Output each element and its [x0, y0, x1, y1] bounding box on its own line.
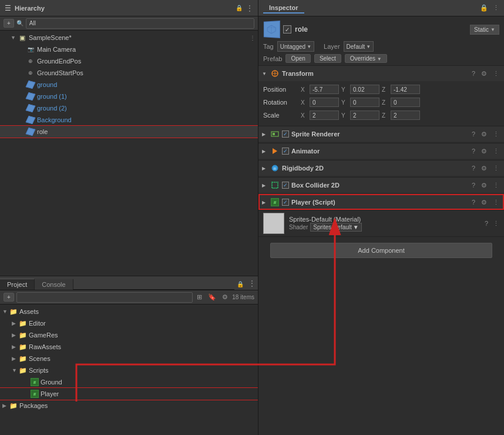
scene-more-icon[interactable]: ⋮ [250, 35, 256, 41]
animator-menu-icon[interactable]: ⋮ [492, 148, 500, 155]
hierarchy-item-groundendpos[interactable]: ⊕ GroundEndPos [0, 55, 258, 67]
prefab-row: Prefab Open Select Overrides ▼ [258, 53, 504, 64]
sprite-settings-icon[interactable]: ⚙ [480, 130, 488, 138]
animator-header[interactable]: ▶ ✓ Animator ? ⚙ ⋮ [258, 143, 504, 159]
project-search-input[interactable] [16, 292, 193, 303]
project-item-packages[interactable]: ▶ 📁 Packages [0, 400, 258, 411]
bc2d-checkbox[interactable]: ✓ [282, 182, 289, 189]
bc2d-menu-icon[interactable]: ⋮ [492, 182, 500, 189]
tab-console[interactable]: Console [35, 279, 73, 290]
prefab-overrides-button[interactable]: Overrides ▼ [345, 54, 387, 63]
sprite-renderer-checkbox[interactable]: ✓ [282, 130, 289, 138]
animator-help-icon[interactable]: ? [471, 148, 476, 155]
project-item-gameres[interactable]: ▶ 📁 GameRes [0, 329, 258, 341]
hierarchy-item-main-camera[interactable]: 📷 Main Camera [0, 44, 258, 55]
position-z-input[interactable] [391, 85, 420, 94]
player-script-help-icon[interactable]: ? [471, 199, 476, 206]
gep-icon: ⊕ [26, 56, 35, 66]
hierarchy-item-ground2[interactable]: ground (2) [0, 102, 258, 114]
transform-menu-icon[interactable]: ⋮ [492, 70, 500, 78]
material-menu-icon[interactable]: ⋮ [493, 220, 499, 227]
hierarchy-item-ground1[interactable]: ground (1) [0, 91, 258, 102]
project-item-rawassets[interactable]: ▶ 📁 RawAssets [0, 341, 258, 353]
prefab-select-button[interactable]: Select [314, 54, 341, 63]
rb2d-expand-icon: ▶ [262, 166, 268, 171]
transform-title: Transform [282, 70, 468, 77]
project-menu-icon[interactable]: ⋮ [246, 277, 258, 290]
rotation-y-input[interactable] [350, 98, 379, 107]
hierarchy-item-background[interactable]: Background [0, 114, 258, 126]
layer-dropdown[interactable]: Default ▼ [344, 41, 374, 52]
project-lock-icon[interactable]: 🔒 [234, 279, 246, 290]
editor-arrow-icon: ▶ [12, 320, 19, 326]
material-help-icon[interactable]: ? [485, 220, 488, 227]
rb2d-help-icon[interactable]: ? [471, 165, 476, 172]
scale-x-axis: X [301, 112, 308, 119]
gameobject-name[interactable]: role [295, 25, 466, 34]
sprite-help-icon[interactable]: ? [471, 130, 476, 138]
project-item-assets[interactable]: ▼ 📁 Assets [0, 306, 258, 317]
inspector-menu-icon[interactable]: ⋮ [493, 4, 499, 12]
player-script-menu-icon[interactable]: ⋮ [492, 199, 500, 206]
rb2d-menu-icon[interactable]: ⋮ [492, 165, 500, 172]
scale-label: Scale [263, 112, 298, 119]
transform-help-icon[interactable]: ? [471, 70, 476, 77]
player-script-settings-icon[interactable]: ⚙ [480, 199, 488, 206]
rotation-x-input[interactable] [310, 98, 339, 107]
rigidbody2d-header[interactable]: ▶ R Rigidbody 2D ? ⚙ ⋮ [258, 160, 504, 176]
animator-section: ▶ ✓ Animator ? ⚙ ⋮ [258, 143, 504, 159]
hierarchy-add-button[interactable]: + [4, 19, 14, 28]
boxcollider2d-header[interactable]: ▶ ✓ Box Collider 2D ? ⚙ ⋮ [258, 178, 504, 193]
animator-checkbox[interactable]: ✓ [282, 148, 289, 155]
rotation-z-input[interactable] [391, 98, 420, 107]
transform-actions: ? ⚙ ⋮ [471, 70, 500, 78]
scale-z-input[interactable] [391, 111, 420, 120]
sprite-renderer-section: ▶ ✓ Sprite Renderer ? ⚙ ⋮ [258, 126, 504, 142]
material-shader-dropdown[interactable]: Sprites/Default ▼ [310, 223, 362, 232]
project-item-ground-script[interactable]: # Ground [0, 376, 258, 388]
project-item-player-script[interactable]: # Player [0, 388, 258, 400]
ground-script-icon: # [31, 378, 39, 386]
prefab-open-button[interactable]: Open [285, 54, 310, 63]
rb2d-settings-icon[interactable]: ⚙ [480, 165, 488, 172]
project-settings-icon[interactable]: ⚙ [220, 293, 230, 301]
bc2d-help-icon[interactable]: ? [471, 182, 476, 189]
position-row: Position X Y Z [263, 83, 499, 95]
inspector-tab[interactable]: Inspector [263, 3, 304, 14]
add-component-button[interactable]: Add Component [270, 243, 492, 258]
player-script-header[interactable]: ▶ # ✓ Player (Script) ? ⚙ ⋮ [258, 195, 504, 210]
project-item-editor[interactable]: ▶ 📁 Editor [0, 317, 258, 329]
bc2d-settings-icon[interactable]: ⚙ [480, 182, 488, 189]
hierarchy-item-role[interactable]: role [0, 126, 258, 138]
ground-label: ground [37, 81, 57, 88]
project-bookmark-icon[interactable]: 🔖 [206, 293, 218, 301]
transform-settings-icon[interactable]: ⚙ [480, 70, 488, 78]
transform-header[interactable]: ▼ Transform ? ⚙ ⋮ [258, 66, 504, 81]
hierarchy-menu-icon[interactable]: ⋮ [246, 4, 253, 12]
hierarchy-search-input[interactable] [26, 18, 254, 29]
project-filter-icon[interactable]: ⊞ [195, 293, 204, 301]
gameobject-enabled-checkbox[interactable]: ✓ [283, 25, 291, 34]
player-script-checkbox[interactable]: ✓ [282, 199, 289, 206]
scale-y-input[interactable] [350, 111, 379, 120]
position-y-input[interactable] [350, 85, 379, 94]
inspector-header-icons: 🔒 ⋮ [480, 4, 499, 12]
svg-rect-11 [272, 182, 278, 188]
position-x-input[interactable] [310, 85, 339, 94]
hierarchy-lock-icon[interactable]: 🔒 [236, 5, 243, 11]
project-item-scripts[interactable]: ▼ 📁 Scripts [0, 364, 258, 376]
project-add-button[interactable]: + [4, 293, 14, 302]
sprite-renderer-header[interactable]: ▶ ✓ Sprite Renderer ? ⚙ ⋮ [258, 126, 504, 142]
tab-project[interactable]: Project [0, 279, 35, 290]
static-dropdown[interactable]: Static ▼ [470, 25, 499, 35]
scripts-label: Scripts [29, 367, 49, 374]
hierarchy-item-groundstartpos[interactable]: ⊕ GroundStartPos [0, 67, 258, 79]
tag-dropdown[interactable]: Untagged ▼ [277, 41, 314, 52]
hierarchy-item-scene[interactable]: ▼ ▣ SampleScene* ⋮ [0, 32, 258, 44]
sprite-menu-icon[interactable]: ⋮ [492, 130, 500, 138]
animator-settings-icon[interactable]: ⚙ [480, 148, 488, 155]
hierarchy-item-ground[interactable]: ground [0, 79, 258, 91]
project-item-scenes[interactable]: ▶ 📁 Scenes [0, 353, 258, 364]
inspector-lock-icon[interactable]: 🔒 [480, 4, 488, 12]
scale-x-input[interactable] [310, 111, 339, 120]
